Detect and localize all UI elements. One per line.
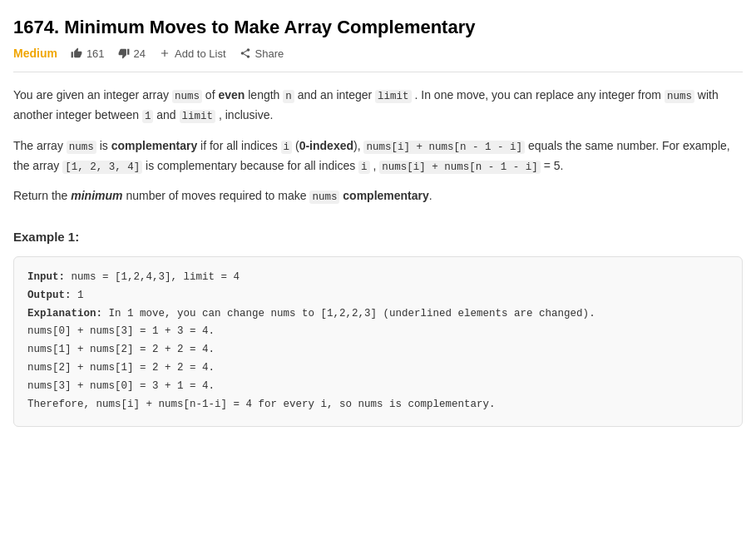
example1-line-3: nums[2] + nums[1] = 2 + 2 = 4.: [27, 359, 729, 378]
zero-indexed-bold: 0-indexed: [299, 139, 353, 152]
add-to-list-action[interactable]: Add to List: [159, 47, 225, 60]
even-bold: even: [218, 88, 245, 102]
problem-body: You are given an integer array nums of e…: [13, 86, 743, 427]
example1-block: Input: nums = [1,2,4,3], limit = 4 Outpu…: [13, 256, 743, 427]
explanation-text-content: In 1 move, you can change nums to [1,2,2…: [109, 308, 595, 320]
n-code: n: [283, 90, 294, 103]
i-code-2: i: [358, 161, 370, 174]
example1-line-1: nums[0] + nums[3] = 1 + 3 = 4.: [27, 323, 729, 341]
array-ex-code: [1, 2, 3, 4]: [62, 161, 142, 174]
nums-code-3: nums: [67, 141, 96, 154]
formula2-code: nums[i] + nums[n - 1 - i]: [379, 161, 541, 174]
limit-code-2: limit: [180, 110, 216, 123]
thumbs-up-icon: [71, 47, 82, 59]
para3-text1: Return the: [13, 189, 71, 202]
para1-text2: of: [205, 88, 219, 102]
example1-explanation-line: Explanation: In 1 move, you can change n…: [27, 305, 729, 324]
add-list-icon: [159, 47, 170, 59]
paragraph-3: Return the minimum number of moves requi…: [13, 186, 743, 206]
complementary-bold: complementary: [111, 139, 197, 152]
para2-text1: The array: [13, 139, 67, 152]
complementary-bold-2: complementary: [343, 189, 428, 202]
output-value-text: 1: [77, 290, 84, 301]
para3-text4: .: [429, 189, 432, 202]
nums-code-2: nums: [665, 90, 694, 103]
limit-code-1: limit: [375, 90, 412, 103]
dislikes-count: 24: [134, 47, 146, 60]
para1-text7: and: [156, 108, 179, 121]
para2-text9: = 5.: [544, 159, 564, 172]
share-label: Share: [255, 47, 284, 60]
explanation-label: Explanation:: [27, 308, 102, 320]
para1-text5: . In one move, you can replace any integ…: [415, 88, 665, 102]
input-label: Input:: [27, 271, 65, 283]
example1-input-line: Input: nums = [1,2,4,3], limit = 4: [27, 269, 729, 287]
problem-title: 1674. Minimum Moves to Make Array Comple…: [13, 17, 743, 38]
example1-title: Example 1:: [13, 226, 743, 248]
para2-text5: ),: [353, 139, 363, 152]
one-code: 1: [142, 110, 154, 123]
i-code-1: i: [281, 141, 293, 154]
share-icon: [240, 47, 251, 59]
formula1-code: nums[i] + nums[n - 1 - i]: [363, 141, 525, 154]
para1-text4: and an integer: [298, 88, 375, 102]
likes-count: 161: [86, 47, 105, 60]
likes-action[interactable]: 161: [71, 47, 105, 60]
example1-line-5: Therefore, nums[i] + nums[n-1-i] = 4 for…: [27, 396, 729, 414]
para2-text3: if for all indices: [200, 139, 280, 152]
input-value-text: nums = [1,2,4,3], limit = 4: [72, 271, 240, 283]
example1-line-2: nums[1] + nums[2] = 2 + 2 = 4.: [27, 341, 729, 359]
share-action[interactable]: Share: [240, 47, 284, 60]
thumbs-down-icon: [118, 47, 130, 59]
difficulty-badge: Medium: [13, 47, 57, 60]
minimum-em: minimum: [71, 189, 122, 202]
example1-output-line: Output: 1: [27, 287, 729, 305]
paragraph-1: You are given an integer array nums of e…: [13, 86, 743, 126]
paragraph-2: The array nums is complementary if for a…: [13, 136, 743, 177]
meta-row: Medium 161 24 Add to List Share: [13, 47, 743, 72]
dislikes-action[interactable]: 24: [118, 47, 146, 60]
para2-text2: is: [100, 139, 111, 152]
para1-text8: , inclusive.: [219, 108, 273, 121]
nums-code-1: nums: [172, 90, 202, 103]
para2-text7: is complementary because for all indices: [146, 159, 358, 172]
para1-text1: You are given an integer array: [13, 88, 172, 102]
add-to-list-label: Add to List: [175, 47, 225, 60]
para1-text3: length: [248, 88, 283, 102]
output-label: Output:: [27, 290, 72, 301]
para3-text2: number of moves required to make: [126, 189, 309, 202]
example1-line-4: nums[3] + nums[0] = 3 + 1 = 4.: [27, 378, 729, 396]
nums-code-4: nums: [309, 191, 339, 204]
